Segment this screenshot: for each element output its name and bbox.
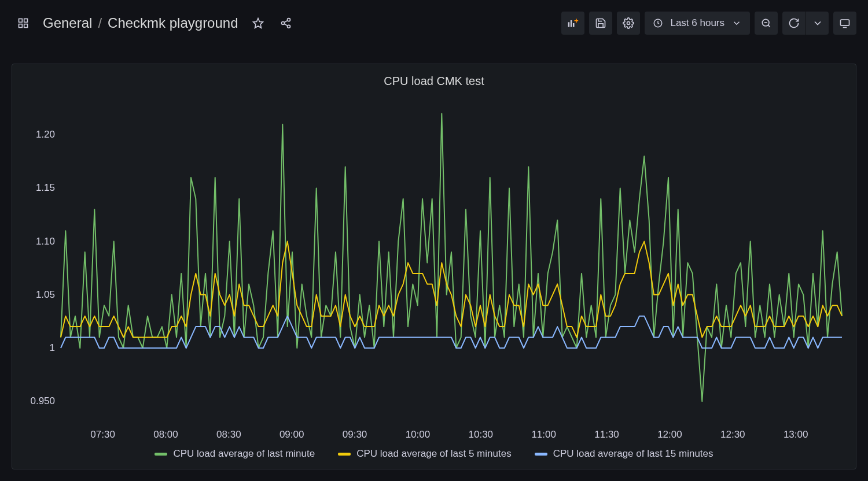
svg-rect-11 [571,20,572,27]
time-range-label: Last 6 hours [670,17,724,29]
svg-rect-2 [19,24,23,28]
chart-legend: CPU load average of last minute CPU load… [19,443,849,462]
svg-text:09:00: 09:00 [279,429,304,440]
chart-panel: CPU load CMK test 0.95011.051.101.151.20… [12,64,856,469]
svg-rect-3 [24,24,28,28]
svg-point-7 [287,25,290,28]
svg-text:11:00: 11:00 [531,429,556,440]
refresh-group [782,12,829,35]
clock-icon [653,18,663,28]
legend-swatch [535,453,547,456]
star-icon[interactable] [247,12,270,35]
breadcrumb: General / Checkmk playground [43,15,238,31]
legend-item-5min[interactable]: CPU load average of last 5 minutes [338,448,511,460]
breadcrumb-sep: / [98,15,102,31]
legend-item-15min[interactable]: CPU load average of last 15 minutes [535,448,713,460]
svg-text:0.950: 0.950 [30,395,55,406]
settings-button[interactable] [617,12,640,35]
refresh-interval-button[interactable] [806,12,829,35]
panel-title[interactable]: CPU load CMK test [19,75,849,88]
svg-line-9 [284,24,288,25]
svg-point-6 [281,22,284,25]
cycle-view-button[interactable] [833,12,856,35]
svg-text:12:30: 12:30 [720,429,745,440]
legend-label: CPU load average of last 15 minutes [553,448,713,460]
svg-text:10:30: 10:30 [469,429,494,440]
legend-label: CPU load average of last 5 minutes [356,448,511,460]
svg-rect-12 [573,23,575,27]
legend-item-1min[interactable]: CPU load average of last minute [155,448,315,460]
refresh-button[interactable] [782,12,806,35]
chevron-down-icon [731,18,742,28]
chart-area[interactable]: 0.95011.051.101.151.2007:3008:0008:3009:… [19,91,849,443]
dashboards-icon[interactable] [12,12,35,35]
svg-rect-10 [568,22,570,27]
svg-text:1.10: 1.10 [36,236,55,247]
svg-text:10:00: 10:00 [406,429,431,440]
svg-point-5 [287,18,290,21]
svg-text:1.20: 1.20 [36,129,55,140]
svg-text:1: 1 [50,342,55,353]
legend-swatch [155,453,167,456]
svg-text:09:30: 09:30 [343,429,367,440]
breadcrumb-folder[interactable]: General [43,15,92,31]
share-icon[interactable] [274,12,297,35]
svg-rect-14 [575,20,579,21]
legend-swatch [338,453,351,456]
svg-text:13:00: 13:00 [784,429,808,440]
add-panel-button[interactable] [561,12,584,35]
zoom-out-button[interactable] [755,12,778,35]
svg-text:12:00: 12:00 [657,429,682,440]
svg-text:07:30: 07:30 [90,429,115,440]
svg-rect-0 [19,19,23,23]
svg-text:08:30: 08:30 [216,429,241,440]
svg-text:08:00: 08:00 [153,429,178,440]
svg-text:1.15: 1.15 [36,182,55,193]
save-button[interactable] [589,12,612,35]
time-range-picker[interactable]: Last 6 hours [645,12,750,35]
svg-rect-20 [841,20,849,25]
svg-text:11:30: 11:30 [594,429,619,440]
top-toolbar: General / Checkmk playground Last 6 hour… [0,0,868,51]
legend-label: CPU load average of last minute [173,448,315,460]
svg-text:1.05: 1.05 [36,289,55,300]
svg-line-8 [284,20,288,22]
svg-rect-1 [24,19,28,23]
breadcrumb-title[interactable]: Checkmk playground [108,15,238,31]
svg-marker-4 [253,18,263,28]
svg-point-15 [627,22,630,25]
svg-line-19 [768,25,770,27]
